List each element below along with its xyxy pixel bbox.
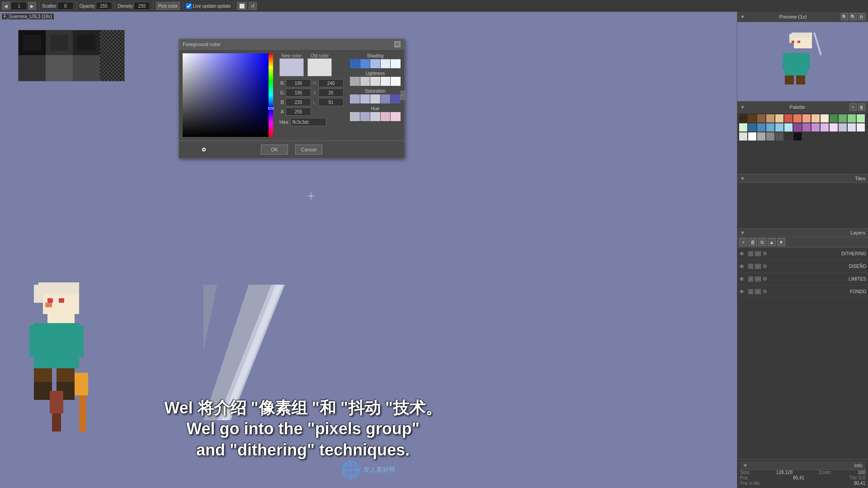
layer-move-down-btn[interactable]: ▼: [777, 238, 785, 246]
palette-color-24[interactable]: [830, 123, 838, 131]
layer-gear-1[interactable]: ⚙: [763, 263, 767, 269]
scatter-input[interactable]: [57, 2, 74, 10]
pick-color-btn[interactable]: Pick color: [156, 2, 180, 10]
density-input[interactable]: 255: [134, 2, 150, 10]
sat-swatch-1[interactable]: [350, 94, 360, 103]
palette-color-9[interactable]: [821, 114, 829, 122]
h-input[interactable]: 240: [318, 79, 344, 87]
palette-color-18[interactable]: [775, 123, 783, 131]
info-collapse-icon[interactable]: ▼: [743, 463, 748, 468]
tool-next-btn[interactable]: ▶: [28, 2, 36, 10]
palette-color-7[interactable]: [802, 114, 811, 122]
palette-color-31[interactable]: [766, 132, 774, 141]
light-swatch-4[interactable]: [381, 77, 391, 86]
light-swatch-2[interactable]: [360, 77, 370, 86]
live-update-checkbox[interactable]: [186, 3, 192, 9]
tool-size-input[interactable]: 1: [11, 2, 27, 10]
hue-swatch-3[interactable]: [370, 112, 380, 121]
extra-tool-btn[interactable]: ⬜: [237, 2, 247, 10]
tool-prev-btn[interactable]: ◀: [2, 2, 10, 10]
dialog-close-btn[interactable]: ✕: [394, 41, 401, 47]
sat-swatch-2[interactable]: [360, 94, 370, 103]
palette-delete-btn[interactable]: 🗑: [858, 103, 865, 111]
preview-collapse-icon[interactable]: ▼: [740, 14, 745, 19]
hex-input[interactable]: ffc3c3dc: [290, 118, 326, 126]
shade-swatch-4[interactable]: [381, 59, 391, 68]
layer-gear-3[interactable]: ⚙: [763, 289, 767, 295]
palette-color-2[interactable]: [757, 114, 765, 122]
s-input[interactable]: 26: [318, 89, 344, 97]
shade-swatch-2[interactable]: [360, 59, 370, 68]
g-input[interactable]: 195: [286, 89, 311, 97]
layer-add-btn[interactable]: +: [739, 238, 747, 246]
palette-color-32[interactable]: [775, 132, 783, 141]
hue-slider[interactable]: [269, 53, 273, 137]
layer-eye-2[interactable]: 👁: [739, 276, 746, 282]
l-input[interactable]: 81: [318, 98, 344, 106]
palette-collapse-icon[interactable]: ▼: [740, 104, 745, 110]
palette-color-27[interactable]: [857, 123, 865, 131]
a-input[interactable]: 255: [286, 108, 311, 116]
palette-add-btn[interactable]: +: [849, 103, 857, 111]
palette-color-8[interactable]: [811, 114, 820, 122]
palette-color-17[interactable]: [766, 123, 774, 131]
palette-color-33[interactable]: [784, 132, 793, 141]
palette-color-30[interactable]: [757, 132, 765, 141]
light-swatch-1[interactable]: [350, 77, 360, 86]
opacity-input[interactable]: 255: [96, 2, 112, 10]
new-color-swatch[interactable]: [279, 58, 304, 76]
ok-button[interactable]: OK: [261, 145, 288, 155]
hue-swatch-4[interactable]: [381, 112, 391, 121]
palette-color-29[interactable]: [748, 132, 756, 141]
layer-delete-btn[interactable]: 🗑: [749, 238, 757, 246]
palette-color-21[interactable]: [802, 123, 811, 131]
hue-swatch-1[interactable]: [350, 112, 360, 121]
layer-row-1[interactable]: 👁 S M ⚙ DISEÑO: [737, 260, 868, 273]
palette-color-22[interactable]: [811, 123, 820, 131]
b-input[interactable]: 220: [286, 98, 311, 106]
preview-zoom-in-btn[interactable]: 🔍: [849, 13, 857, 20]
hue-swatch-2[interactable]: [360, 112, 370, 121]
palette-color-25[interactable]: [839, 123, 847, 131]
preview-zoom-out-btn[interactable]: 🔍: [841, 13, 848, 20]
cancel-button[interactable]: Cancel: [295, 145, 322, 155]
layers-collapse-icon[interactable]: ▼: [740, 230, 745, 235]
palette-color-26[interactable]: [848, 123, 856, 131]
shade-swatch-5[interactable]: [391, 59, 401, 68]
color-gradient-area[interactable]: [183, 53, 269, 137]
palette-color-10[interactable]: [830, 114, 838, 122]
r-input[interactable]: 195: [286, 79, 311, 87]
palette-color-0[interactable]: [739, 114, 747, 122]
sat-swatch-5[interactable]: [391, 94, 401, 103]
preview-settings-btn[interactable]: ⚙: [858, 13, 865, 20]
palette-color-15[interactable]: [748, 123, 756, 131]
collapse-btn[interactable]: ‹: [401, 91, 405, 100]
layer-row-2[interactable]: 👁 S M ⚙ LIMITES: [737, 273, 868, 286]
tiles-collapse-icon[interactable]: ▼: [740, 176, 745, 181]
layer-row-3[interactable]: 👁 S M ⚙ FONDO: [737, 286, 868, 298]
shade-swatch-3[interactable]: [370, 59, 380, 68]
palette-color-11[interactable]: [839, 114, 847, 122]
shade-swatch-1[interactable]: [350, 59, 360, 68]
layer-move-up-btn[interactable]: ▲: [768, 238, 776, 246]
palette-color-34[interactable]: [793, 132, 802, 141]
palette-color-28[interactable]: [739, 132, 747, 141]
light-swatch-3[interactable]: [370, 77, 380, 86]
layer-gear-0[interactable]: ⚙: [763, 251, 767, 257]
sat-swatch-4[interactable]: [381, 94, 391, 103]
palette-color-5[interactable]: [784, 114, 793, 122]
palette-color-23[interactable]: [821, 123, 829, 131]
palette-color-20[interactable]: [793, 123, 802, 131]
old-color-swatch[interactable]: [307, 58, 332, 76]
hue-swatch-5[interactable]: [391, 112, 401, 121]
palette-color-19[interactable]: [784, 123, 793, 131]
layer-eye-3[interactable]: 👁: [739, 289, 746, 295]
palette-color-3[interactable]: [766, 114, 774, 122]
layer-gear-2[interactable]: ⚙: [763, 276, 767, 282]
sat-swatch-3[interactable]: [370, 94, 380, 103]
layer-eye-0[interactable]: 👁: [739, 251, 746, 257]
palette-color-16[interactable]: [757, 123, 765, 131]
palette-color-13[interactable]: [857, 114, 865, 122]
palette-color-1[interactable]: [748, 114, 756, 122]
layer-row-0[interactable]: 👁 S M ⚙ DITHERING: [737, 248, 868, 260]
